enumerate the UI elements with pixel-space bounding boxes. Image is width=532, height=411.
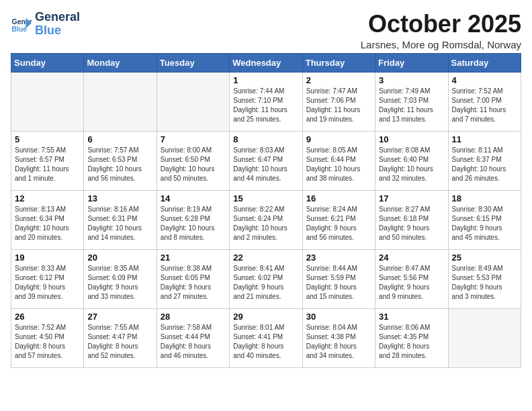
weekday-header-tuesday: Tuesday: [157, 53, 229, 72]
day-info: Sunrise: 8:04 AM Sunset: 4:38 PM Dayligh…: [306, 323, 371, 361]
day-info: Sunrise: 7:47 AM Sunset: 7:06 PM Dayligh…: [306, 87, 371, 124]
day-info: Sunrise: 7:49 AM Sunset: 7:03 PM Dayligh…: [379, 87, 444, 124]
weekday-header-friday: Friday: [375, 53, 448, 72]
day-info: Sunrise: 7:57 AM Sunset: 6:53 PM Dayligh…: [87, 146, 152, 183]
day-cell: 15Sunrise: 8:22 AM Sunset: 6:24 PM Dayli…: [230, 190, 302, 249]
day-cell: 25Sunrise: 8:49 AM Sunset: 5:53 PM Dayli…: [448, 249, 521, 308]
day-cell: [11, 72, 84, 131]
day-number: 12: [15, 193, 80, 203]
day-cell: 3Sunrise: 7:49 AM Sunset: 7:03 PM Daylig…: [375, 72, 448, 131]
weekday-header-sunday: Sunday: [11, 53, 84, 72]
day-number: 20: [87, 253, 152, 263]
day-number: 19: [15, 253, 80, 263]
day-cell: 17Sunrise: 8:27 AM Sunset: 6:18 PM Dayli…: [375, 190, 448, 249]
day-info: Sunrise: 7:58 AM Sunset: 4:44 PM Dayligh…: [161, 323, 226, 361]
week-row-2: 5Sunrise: 7:55 AM Sunset: 6:57 PM Daylig…: [11, 131, 521, 190]
day-info: Sunrise: 8:22 AM Sunset: 6:24 PM Dayligh…: [233, 205, 298, 242]
day-cell: [448, 308, 521, 367]
day-cell: 31Sunrise: 8:06 AM Sunset: 4:35 PM Dayli…: [375, 308, 448, 367]
day-number: 13: [87, 193, 152, 203]
day-number: 21: [161, 253, 226, 263]
day-cell: 12Sunrise: 8:13 AM Sunset: 6:34 PM Dayli…: [11, 190, 84, 249]
logo-text: GeneralBlue: [35, 11, 80, 38]
day-cell: 29Sunrise: 8:01 AM Sunset: 4:41 PM Dayli…: [230, 308, 302, 367]
day-number: 29: [233, 312, 298, 322]
day-cell: 14Sunrise: 8:19 AM Sunset: 6:28 PM Dayli…: [157, 190, 229, 249]
day-info: Sunrise: 8:06 AM Sunset: 4:35 PM Dayligh…: [379, 323, 444, 361]
weekday-header-monday: Monday: [84, 53, 157, 72]
page-header: General Blue GeneralBlue October 2025 La…: [11, 11, 521, 50]
day-cell: 10Sunrise: 8:08 AM Sunset: 6:40 PM Dayli…: [375, 131, 448, 190]
day-info: Sunrise: 8:08 AM Sunset: 6:40 PM Dayligh…: [379, 146, 444, 183]
calendar-subtitle: Larsnes, More og Romsdal, Norway: [361, 39, 521, 50]
day-number: 6: [87, 134, 152, 144]
day-cell: [84, 72, 157, 131]
day-info: Sunrise: 8:49 AM Sunset: 5:53 PM Dayligh…: [452, 264, 517, 302]
day-number: 27: [87, 312, 152, 322]
day-info: Sunrise: 8:16 AM Sunset: 6:31 PM Dayligh…: [87, 205, 152, 242]
day-cell: 18Sunrise: 8:30 AM Sunset: 6:15 PM Dayli…: [448, 190, 521, 249]
weekday-header-row: SundayMondayTuesdayWednesdayThursdayFrid…: [11, 53, 521, 72]
day-number: 8: [233, 134, 298, 144]
day-cell: 27Sunrise: 7:55 AM Sunset: 4:47 PM Dayli…: [84, 308, 157, 367]
day-info: Sunrise: 8:27 AM Sunset: 6:18 PM Dayligh…: [379, 205, 444, 242]
day-cell: 19Sunrise: 8:33 AM Sunset: 6:12 PM Dayli…: [11, 249, 84, 308]
day-number: 24: [379, 253, 444, 263]
day-number: 1: [233, 75, 298, 85]
day-cell: 6Sunrise: 7:57 AM Sunset: 6:53 PM Daylig…: [84, 131, 157, 190]
weekday-header-saturday: Saturday: [448, 53, 521, 72]
day-info: Sunrise: 8:44 AM Sunset: 5:59 PM Dayligh…: [306, 264, 371, 302]
calendar-title: October 2025: [361, 11, 521, 38]
day-cell: 5Sunrise: 7:55 AM Sunset: 6:57 PM Daylig…: [11, 131, 84, 190]
day-number: 18: [452, 193, 517, 203]
day-number: 4: [452, 75, 517, 85]
day-cell: 8Sunrise: 8:03 AM Sunset: 6:47 PM Daylig…: [230, 131, 302, 190]
day-number: 16: [306, 193, 371, 203]
day-info: Sunrise: 8:38 AM Sunset: 6:05 PM Dayligh…: [161, 264, 226, 302]
day-info: Sunrise: 8:00 AM Sunset: 6:50 PM Dayligh…: [161, 146, 226, 183]
day-cell: 11Sunrise: 8:11 AM Sunset: 6:37 PM Dayli…: [448, 131, 521, 190]
day-number: 22: [233, 253, 298, 263]
day-cell: 21Sunrise: 8:38 AM Sunset: 6:05 PM Dayli…: [157, 249, 229, 308]
day-cell: 13Sunrise: 8:16 AM Sunset: 6:31 PM Dayli…: [84, 190, 157, 249]
day-cell: 20Sunrise: 8:35 AM Sunset: 6:09 PM Dayli…: [84, 249, 157, 308]
day-info: Sunrise: 8:01 AM Sunset: 4:41 PM Dayligh…: [233, 323, 298, 361]
weekday-header-thursday: Thursday: [302, 53, 375, 72]
svg-text:Blue: Blue: [12, 26, 28, 33]
day-number: 30: [306, 312, 371, 322]
day-cell: 28Sunrise: 7:58 AM Sunset: 4:44 PM Dayli…: [157, 308, 229, 367]
day-info: Sunrise: 8:13 AM Sunset: 6:34 PM Dayligh…: [15, 205, 80, 242]
day-cell: 16Sunrise: 8:24 AM Sunset: 6:21 PM Dayli…: [302, 190, 375, 249]
day-number: 11: [452, 134, 517, 144]
day-number: 3: [379, 75, 444, 85]
day-info: Sunrise: 7:55 AM Sunset: 6:57 PM Dayligh…: [15, 146, 80, 183]
day-info: Sunrise: 8:19 AM Sunset: 6:28 PM Dayligh…: [161, 205, 226, 242]
day-number: 26: [15, 312, 80, 322]
day-info: Sunrise: 8:35 AM Sunset: 6:09 PM Dayligh…: [87, 264, 152, 302]
day-number: 23: [306, 253, 371, 263]
day-number: 31: [379, 312, 444, 322]
day-info: Sunrise: 7:55 AM Sunset: 4:47 PM Dayligh…: [87, 323, 152, 361]
day-cell: 30Sunrise: 8:04 AM Sunset: 4:38 PM Dayli…: [302, 308, 375, 367]
calendar-table: SundayMondayTuesdayWednesdayThursdayFrid…: [11, 53, 521, 368]
day-info: Sunrise: 8:47 AM Sunset: 5:56 PM Dayligh…: [379, 264, 444, 302]
day-info: Sunrise: 7:52 AM Sunset: 4:50 PM Dayligh…: [15, 323, 80, 361]
day-number: 15: [233, 193, 298, 203]
day-cell: [157, 72, 229, 131]
day-cell: 2Sunrise: 7:47 AM Sunset: 7:06 PM Daylig…: [302, 72, 375, 131]
day-cell: 26Sunrise: 7:52 AM Sunset: 4:50 PM Dayli…: [11, 308, 84, 367]
day-info: Sunrise: 8:03 AM Sunset: 6:47 PM Dayligh…: [233, 146, 298, 183]
day-number: 7: [161, 134, 226, 144]
day-info: Sunrise: 8:30 AM Sunset: 6:15 PM Dayligh…: [452, 205, 517, 242]
day-info: Sunrise: 8:33 AM Sunset: 6:12 PM Dayligh…: [15, 264, 80, 302]
day-info: Sunrise: 8:41 AM Sunset: 6:02 PM Dayligh…: [233, 264, 298, 302]
day-number: 25: [452, 253, 517, 263]
day-info: Sunrise: 7:44 AM Sunset: 7:10 PM Dayligh…: [233, 87, 298, 124]
day-number: 28: [161, 312, 226, 322]
day-number: 2: [306, 75, 371, 85]
title-block: October 2025 Larsnes, More og Romsdal, N…: [361, 11, 521, 50]
day-cell: 24Sunrise: 8:47 AM Sunset: 5:56 PM Dayli…: [375, 249, 448, 308]
day-info: Sunrise: 8:24 AM Sunset: 6:21 PM Dayligh…: [306, 205, 371, 242]
day-number: 9: [306, 134, 371, 144]
day-number: 10: [379, 134, 444, 144]
